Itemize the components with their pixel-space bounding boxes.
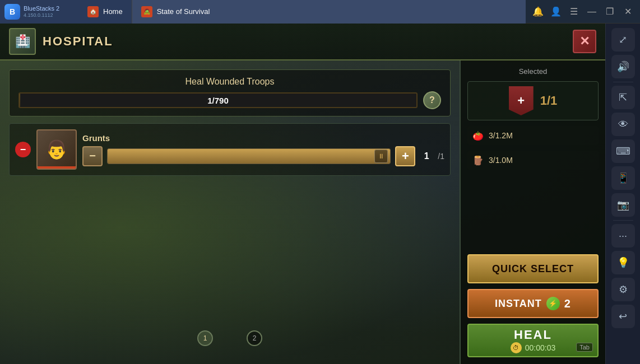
minimize-button[interactable]: — xyxy=(584,4,600,20)
hospital-title: HOSPITAL xyxy=(43,34,113,49)
troop-name: Grunts xyxy=(82,133,444,143)
tab-badge: Tab xyxy=(576,343,593,352)
home-tab-icon: 🏠 xyxy=(87,6,99,17)
bluestacks-icon: B xyxy=(4,4,20,20)
troop-increase-button[interactable]: + xyxy=(395,146,415,166)
wood-amount: 3/1.0M xyxy=(489,156,513,165)
troop-remove-button[interactable]: − xyxy=(15,142,31,157)
selected-label: Selected xyxy=(467,67,599,76)
troop-avatar: 👨 xyxy=(36,129,77,170)
camera-icon[interactable]: 📷 xyxy=(611,193,635,217)
heal-button-label: HEAL xyxy=(514,328,552,342)
resource-row-1: 🍅 3/1.2M xyxy=(467,126,599,145)
taskbar: B BlueStacks 2 4.150.0.1112 🏠 Home 🧟 Sta… xyxy=(0,0,640,24)
troop-max-count: /1 xyxy=(438,152,444,161)
heal-button-time: ⏱ 00:00:03 xyxy=(511,342,556,353)
troop-controls: − ⏸ + 1 /1 xyxy=(82,146,444,166)
quick-select-button[interactable]: QUICK SELECT xyxy=(467,254,599,283)
wood-icon: 🪵 xyxy=(472,154,484,166)
troop-slider[interactable]: ⏸ xyxy=(107,148,391,164)
troop-decrease-button[interactable]: − xyxy=(82,146,103,166)
heal-title: Heal Wounded Troops xyxy=(18,77,441,87)
close-window-button[interactable]: ✕ xyxy=(620,4,636,20)
window-controls: 🔔 👤 ☰ — ❐ ✕ xyxy=(526,4,640,20)
troop-current-count: 1 xyxy=(420,151,433,161)
phone-icon[interactable]: 📱 xyxy=(611,166,635,190)
selected-count: 1/1 xyxy=(540,94,558,108)
bulb-icon[interactable]: 💡 xyxy=(611,251,635,274)
menu-icon[interactable]: ☰ xyxy=(566,4,582,20)
troop-avatar-bar xyxy=(38,166,76,169)
hospital-header: 🏥 HOSPITAL ✕ xyxy=(0,24,605,60)
game-tab-label: State of Survival xyxy=(157,7,210,16)
dots-icon[interactable]: ··· xyxy=(611,224,635,248)
app-logo: B BlueStacks 2 4.150.0.1112 xyxy=(0,0,78,24)
right-sidebar: ⤢ 🔊 ⇱ 👁 ⌨ 📱 📷 ··· 💡 ⚙ ↩ xyxy=(605,24,640,364)
gear-icon[interactable]: ⚙ xyxy=(611,278,635,301)
sidebar-divider-2 xyxy=(613,220,633,221)
right-section: Selected + 1/1 🍅 3/1.2M 🪵 3/1.0M xyxy=(460,60,605,364)
help-button[interactable]: ? xyxy=(423,91,441,109)
resource-row-2: 🪵 3/1.0M xyxy=(467,151,599,170)
clock-icon: ⏱ xyxy=(511,342,522,353)
heal-progress-row: 1/790 ? xyxy=(18,91,441,109)
close-hospital-button[interactable]: ✕ xyxy=(573,30,596,53)
food-amount: 3/1.2M xyxy=(489,131,513,140)
food-icon: 🍅 xyxy=(472,129,484,142)
instant-icon: ⚡ xyxy=(546,297,560,310)
sidebar-divider-1 xyxy=(613,82,633,82)
game-area: 🏥 HOSPITAL ✕ Heal Wounded Troops xyxy=(0,24,605,364)
selected-box: + 1/1 xyxy=(467,81,599,120)
home-tab-label: Home xyxy=(103,7,123,16)
page-dot-2[interactable]: 2 xyxy=(247,330,262,346)
troop-row: − 👨 Grunts − ⏸ xyxy=(9,123,451,176)
bell-icon[interactable]: 🔔 xyxy=(530,4,546,20)
fullscreen-icon[interactable]: ⤢ xyxy=(611,28,635,52)
app-name: BlueStacks 2 4.150.0.1112 xyxy=(24,5,59,18)
heal-info-box: Heal Wounded Troops 1/790 ? xyxy=(9,69,451,116)
medical-flag-icon: + xyxy=(509,86,534,115)
hospital-content: Heal Wounded Troops 1/790 ? xyxy=(0,60,605,364)
tab-game[interactable]: 🧟 State of Survival xyxy=(132,0,526,24)
expand-icon[interactable]: ⇱ xyxy=(611,86,635,109)
hospital-icon: 🏥 xyxy=(9,28,36,55)
heal-bar-wrapper: 1/790 xyxy=(18,92,418,108)
troop-pause-button[interactable]: ⏸ xyxy=(374,150,388,163)
instant-count: 2 xyxy=(564,297,571,310)
troop-slider-fill xyxy=(108,149,390,164)
tab-home[interactable]: 🏠 Home xyxy=(78,0,132,24)
page-dot-1[interactable]: 1 xyxy=(197,330,213,346)
left-section: Heal Wounded Troops 1/790 ? xyxy=(0,60,460,364)
back-icon[interactable]: ↩ xyxy=(611,305,635,328)
main-area: 🏥 HOSPITAL ✕ Heal Wounded Troops xyxy=(0,24,640,364)
troop-avatar-image: 👨 xyxy=(45,139,68,160)
keyboard-icon[interactable]: ⌨ xyxy=(611,139,635,163)
account-icon[interactable]: 👤 xyxy=(548,4,564,20)
eye-icon[interactable]: 👁 xyxy=(611,113,635,136)
heal-count: 1/790 xyxy=(18,96,418,105)
page-dots: 1 2 xyxy=(9,321,451,355)
game-tab-icon: 🧟 xyxy=(141,6,152,17)
heal-button[interactable]: HEAL ⏱ 00:00:03 Tab xyxy=(467,324,599,357)
hospital-panel: 🏥 HOSPITAL ✕ Heal Wounded Troops xyxy=(0,24,605,364)
instant-button[interactable]: INSTANT ⚡ 2 xyxy=(467,289,599,318)
volume-icon[interactable]: 🔊 xyxy=(611,55,635,78)
restore-button[interactable]: ❐ xyxy=(602,4,618,20)
